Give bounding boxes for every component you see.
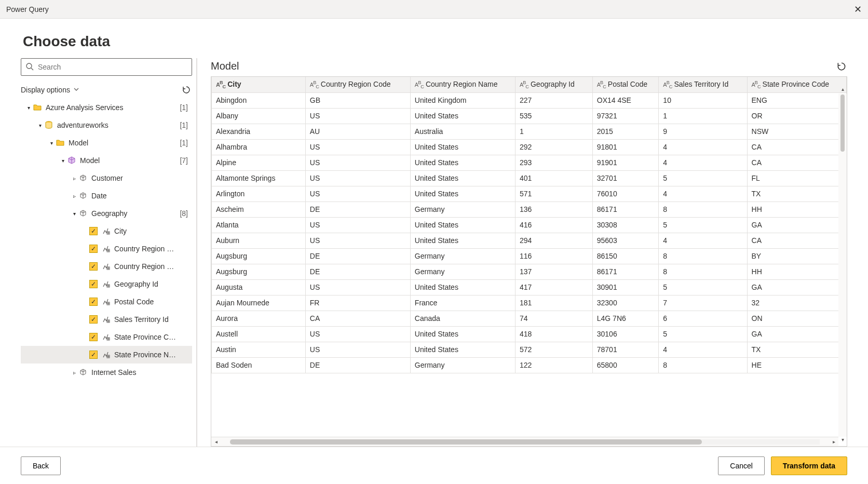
- table-cell: HE: [747, 357, 846, 373]
- checkbox[interactable]: ✓: [89, 315, 98, 324]
- checkbox[interactable]: ✓: [89, 280, 98, 288]
- table-row[interactable]: AugustaUSUnited States417309015GA: [212, 279, 847, 295]
- transform-data-button[interactable]: Transform data: [771, 456, 847, 475]
- checkbox[interactable]: ✓: [89, 262, 98, 271]
- tree-item-model[interactable]: ▾Model[1]: [21, 134, 192, 152]
- tree-item-geography[interactable]: ▾Geography[8]: [21, 205, 192, 222]
- expander-icon[interactable]: ▹: [71, 176, 78, 181]
- expander-icon[interactable]: ▹: [71, 193, 78, 199]
- refresh-tree-button[interactable]: [181, 84, 192, 96]
- table-row[interactable]: AugsburgDEGermany116861508BY: [212, 248, 847, 264]
- table-row[interactable]: AustinUSUnited States572787014TX: [212, 342, 847, 357]
- text-type-icon: ABC: [216, 82, 225, 88]
- table-row[interactable]: AbingdonGBUnited Kingdom227OX14 4SE10ENG: [212, 92, 847, 108]
- table-row[interactable]: Altamonte SpringsUSUnited States40132701…: [212, 170, 847, 186]
- table-cell: 227: [515, 92, 592, 108]
- tree-item-label: State Province N…: [114, 351, 192, 359]
- table-row[interactable]: AugsburgDEGermany137861718HH: [212, 264, 847, 279]
- column-icon: [101, 261, 111, 272]
- table-cell: 8: [659, 357, 747, 373]
- table-cell: Ascheim: [212, 201, 306, 217]
- table-cell: Germany: [410, 264, 515, 279]
- tree-item-model[interactable]: ▾Model[7]: [21, 152, 192, 169]
- checkbox[interactable]: ✓: [89, 227, 98, 235]
- expander-icon[interactable]: ▾: [25, 105, 32, 111]
- table-cell: Alhambra: [212, 139, 306, 155]
- table-cell: France: [410, 295, 515, 311]
- tree-item-label: Model: [80, 156, 180, 165]
- display-options-label: Display options: [21, 86, 70, 94]
- column-header[interactable]: ABCCity: [212, 77, 306, 92]
- column-header[interactable]: ABCGeography Id: [515, 77, 592, 92]
- table-cell: 294: [515, 233, 592, 248]
- tree-item-adventureworks[interactable]: ▾adventureworks[1]: [21, 116, 192, 134]
- column-icon: [101, 279, 111, 289]
- preview-panel: Model ABCCityABCCountry Region CodeABCCo…: [197, 58, 847, 447]
- tree-item-internet-sales[interactable]: ▹Internet Sales: [21, 364, 192, 381]
- display-options-toggle[interactable]: Display options: [21, 86, 79, 94]
- tree-item-state-province-c-[interactable]: ✓State Province C…: [21, 328, 192, 346]
- horizontal-scroll-thumb[interactable]: [230, 439, 702, 445]
- vertical-scroll-thumb[interactable]: [840, 95, 845, 152]
- column-header[interactable]: ABCCountry Region Name: [410, 77, 515, 92]
- tree-item-geography-id[interactable]: ✓Geography Id: [21, 275, 192, 293]
- table-row[interactable]: Bad SodenDEGermany122658008HE: [212, 357, 847, 373]
- table-cell: 4: [659, 139, 747, 155]
- table-row[interactable]: AscheimDEGermany136861718HH: [212, 201, 847, 217]
- checkbox[interactable]: ✓: [89, 351, 98, 359]
- scroll-left-icon[interactable]: ◂: [211, 439, 221, 445]
- expander-icon[interactable]: ▾: [36, 123, 44, 128]
- cancel-button[interactable]: Cancel: [718, 456, 765, 475]
- search-input[interactable]: [38, 63, 187, 71]
- table-cell: ENG: [747, 92, 846, 108]
- tree-item-date[interactable]: ▹Date: [21, 187, 192, 205]
- table-row[interactable]: AlpineUSUnited States293919014CA: [212, 155, 847, 170]
- tree-item-azure-analysis-services[interactable]: ▾Azure Analysis Services[1]: [21, 99, 192, 116]
- back-button[interactable]: Back: [21, 456, 61, 475]
- tree-item-count: [1]: [180, 139, 192, 147]
- tree-item-state-province-n-[interactable]: ✓State Province N…: [21, 346, 192, 364]
- column-header[interactable]: ABCCountry Region Code: [305, 77, 410, 92]
- search-input-wrapper[interactable]: [21, 58, 192, 76]
- tree-item-sales-territory-id[interactable]: ✓Sales Territory Id: [21, 311, 192, 328]
- column-header[interactable]: ABCPostal Code: [592, 77, 659, 92]
- checkbox[interactable]: ✓: [89, 333, 98, 341]
- table-row[interactable]: AlexandriaAUAustralia120159NSW: [212, 124, 847, 139]
- table-row[interactable]: ArlingtonUSUnited States571760104TX: [212, 186, 847, 201]
- column-header[interactable]: ABCSales Territory Id: [659, 77, 747, 92]
- preview-title: Model: [211, 60, 239, 72]
- text-type-icon: ABC: [415, 82, 424, 88]
- scroll-right-icon[interactable]: ▸: [829, 439, 838, 445]
- checkbox[interactable]: ✓: [89, 245, 98, 253]
- tree-item-country-region-[interactable]: ✓Country Region …: [21, 258, 192, 275]
- tree-item-country-region-[interactable]: ✓Country Region …: [21, 240, 192, 258]
- tree-item-customer[interactable]: ▹Customer: [21, 169, 192, 187]
- tree-item-postal-code[interactable]: ✓Postal Code: [21, 293, 192, 311]
- close-icon[interactable]: ✕: [853, 5, 862, 14]
- table-cell: Bad Soden: [212, 357, 306, 373]
- table-row[interactable]: AtlantaUSUnited States416303085GA: [212, 217, 847, 233]
- cube-small-icon: [78, 367, 88, 378]
- horizontal-scrollbar[interactable]: ◂ ▸: [211, 437, 838, 446]
- tree-item-city[interactable]: ✓City: [21, 222, 192, 240]
- expander-icon[interactable]: ▾: [71, 211, 78, 217]
- expander-icon[interactable]: ▹: [71, 370, 78, 375]
- table-cell: US: [305, 342, 410, 357]
- checkbox[interactable]: ✓: [89, 298, 98, 306]
- expander-icon[interactable]: ▾: [59, 158, 66, 164]
- table-row[interactable]: AuburnUSUnited States294956034CA: [212, 233, 847, 248]
- table-row[interactable]: AlbanyUSUnited States535973211OR: [212, 108, 847, 124]
- expander-icon[interactable]: ▾: [48, 140, 55, 146]
- table-row[interactable]: AustellUSUnited States418301065GA: [212, 326, 847, 342]
- tree-item-count: [1]: [180, 103, 192, 112]
- scroll-up-icon[interactable]: ▴: [838, 86, 847, 93]
- table-cell: 535: [515, 108, 592, 124]
- vertical-scrollbar[interactable]: ▴ ▾: [838, 93, 847, 437]
- table-row[interactable]: AuroraCACanada74L4G 7N66ON: [212, 311, 847, 326]
- column-header[interactable]: ABCState Province Code: [747, 77, 846, 92]
- text-type-icon: ABC: [310, 82, 319, 88]
- table-row[interactable]: Aujan MournedeFRFrance18132300732: [212, 295, 847, 311]
- scroll-down-icon[interactable]: ▾: [838, 437, 847, 444]
- table-row[interactable]: AlhambraUSUnited States292918014CA: [212, 139, 847, 155]
- refresh-preview-button[interactable]: [836, 61, 847, 72]
